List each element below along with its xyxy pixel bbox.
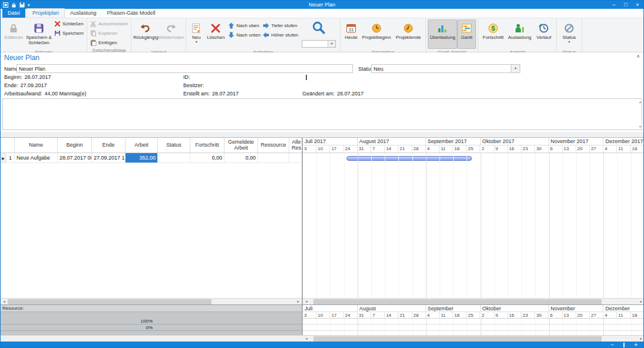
timeline-gridline xyxy=(344,319,345,336)
qat-customize-icon[interactable]: ▾ xyxy=(28,3,30,7)
column-header[interactable]: Ende xyxy=(92,138,126,153)
ausschneiden-button[interactable]: Ausschneiden xyxy=(89,19,129,28)
cell[interactable] xyxy=(258,153,289,163)
name-input[interactable] xyxy=(16,64,353,73)
timeline-week: 7 xyxy=(371,312,385,318)
tab-phasen-gate-modell[interactable]: Phasen-Gate Modell xyxy=(102,9,161,18)
status-select-dropdown-icon[interactable]: ▾ xyxy=(511,65,520,72)
status-button[interactable]: Status ▾ xyxy=(559,19,580,49)
speichern-schliessen-button[interactable]: Speichern & Schließen xyxy=(25,19,53,49)
cell[interactable]: 352,00 xyxy=(126,153,158,163)
verlauf-button[interactable]: Verlauf xyxy=(533,19,554,49)
timeline-week: 18 xyxy=(631,145,644,153)
projektbeginn-button[interactable]: Projektbeginn xyxy=(360,19,393,49)
search-combobox[interactable]: ▾ xyxy=(302,40,336,48)
column-header[interactable]: Fortschritt xyxy=(190,138,224,153)
textarea-scroll-down-icon[interactable]: ▾ xyxy=(639,125,641,128)
loeschen-label: Löschen xyxy=(207,35,224,40)
timeline-gridline xyxy=(398,153,399,298)
resource-scroll-thumb[interactable] xyxy=(313,336,602,342)
status-circle-icon xyxy=(563,21,575,35)
table-row[interactable]: ▶1Neue Aufgabe28.07.2017 08:0027.09.2017… xyxy=(1,153,302,163)
id-field[interactable]: ID: xyxy=(183,74,190,80)
column-header[interactable]: Gemeldete Arbeit xyxy=(224,138,258,153)
heute-button[interactable]: 31 Heute xyxy=(342,19,360,49)
kopieren-button[interactable]: Kopieren xyxy=(89,29,129,38)
close-button[interactable]: × xyxy=(632,1,643,9)
app-icon[interactable] xyxy=(3,2,8,8)
timeline-gridline xyxy=(590,319,590,336)
speichern-label: Speichern xyxy=(62,31,84,36)
hoeher-stufen-button[interactable]: Höher stufen xyxy=(262,31,299,39)
arrow-up-icon xyxy=(228,22,235,29)
save-quick-icon[interactable] xyxy=(19,2,25,8)
cell[interactable]: 0,00 xyxy=(190,153,224,163)
timeline-gridline xyxy=(563,319,563,336)
collapse-panel-icon[interactable]: ∧ xyxy=(636,54,640,59)
speichern-button[interactable]: Speichern xyxy=(53,29,85,38)
timeline-month: Juli xyxy=(303,305,358,311)
maximize-button[interactable]: □ xyxy=(620,1,632,9)
neu-button[interactable]: Neu ▾ xyxy=(188,19,204,49)
timeline-gridline xyxy=(603,153,604,298)
cell[interactable] xyxy=(289,153,302,163)
projektende-button[interactable]: Projektende xyxy=(393,19,424,49)
status-select[interactable]: Neu ▾ xyxy=(371,64,520,73)
timeline-week: 7 xyxy=(371,145,385,153)
column-header[interactable]: Arbeit xyxy=(126,138,158,153)
tab-auslastung[interactable]: Auslastung xyxy=(65,9,102,18)
column-header[interactable]: Beginn xyxy=(58,138,92,153)
zoom-in-button[interactable]: + xyxy=(634,342,638,348)
cell[interactable] xyxy=(158,153,190,163)
status-dropdown-icon[interactable]: ▾ xyxy=(569,40,570,44)
auslastung-button[interactable]: Auslastung xyxy=(506,19,533,49)
paste-icon xyxy=(90,39,97,46)
tab-projektplan[interactable]: Projektplan xyxy=(27,8,65,18)
neu-dropdown-icon[interactable]: ▾ xyxy=(196,40,197,44)
gantt-body[interactable] xyxy=(303,153,644,298)
column-header[interactable]: Ressource xyxy=(258,138,289,153)
column-header[interactable] xyxy=(1,138,15,153)
schliessen-button[interactable]: Schließen xyxy=(53,19,85,28)
cell[interactable]: 28.07.2017 08:00 xyxy=(58,153,92,163)
tiefer-stufen-button[interactable]: Tiefer stufen xyxy=(262,21,299,30)
column-header[interactable]: Name xyxy=(15,138,58,153)
gantt-button[interactable]: Gantt xyxy=(457,19,476,49)
description-textarea[interactable]: ▴ ▾ xyxy=(2,98,642,130)
cell[interactable]: 27.09.2017 17:00 xyxy=(92,153,126,163)
search-icon[interactable] xyxy=(312,21,326,38)
ueberlastung-button[interactable]: Überlastung xyxy=(428,19,457,49)
nach-unten-button[interactable]: Nach unten xyxy=(227,31,262,39)
timeline-gridline xyxy=(563,153,563,298)
timeline-week: 14 xyxy=(385,145,398,153)
tab-datei[interactable]: Datei xyxy=(2,9,25,18)
search-combobox-dropdown-icon[interactable]: ▾ xyxy=(328,41,335,47)
task-table-scroll-thumb[interactable] xyxy=(8,299,212,304)
minimize-button[interactable]: – xyxy=(608,1,620,9)
resource-chart[interactable] xyxy=(303,319,644,336)
timeline-month: August 2017 xyxy=(358,138,426,145)
cell[interactable]: 0,00 xyxy=(224,153,258,163)
rueckgaengig-button[interactable]: Rückgängig xyxy=(133,19,158,49)
timeline-month: September 2017 xyxy=(426,138,481,145)
cell[interactable]: Neue Aufgabe xyxy=(15,153,58,163)
fortschritt-button[interactable]: $ Fortschritt xyxy=(480,19,506,49)
calendar-day-text: 31 xyxy=(349,26,354,32)
column-header[interactable]: Alle Res xyxy=(289,138,302,153)
timeline-gridline xyxy=(330,319,331,336)
wiederholen-button[interactable]: Wiederholen xyxy=(158,19,184,49)
page-title: Neuer Plan xyxy=(4,54,39,62)
einfuegen-button[interactable]: Einfügen xyxy=(89,38,129,47)
zoom-slider[interactable] xyxy=(623,343,625,347)
gantt-scroll-thumb[interactable] xyxy=(313,299,602,304)
zoom-out-button[interactable]: − xyxy=(610,342,614,348)
column-header[interactable]: Status xyxy=(158,138,190,153)
editieren-button[interactable]: Editieren xyxy=(2,19,25,49)
textarea-scroll-up-icon[interactable]: ▴ xyxy=(639,100,641,104)
status-button-label: Status xyxy=(563,35,576,40)
loeschen-button[interactable]: Löschen xyxy=(204,19,227,49)
timeline-week: 28 xyxy=(412,312,426,318)
nach-oben-button[interactable]: Nach oben xyxy=(227,21,262,30)
axis-label-0: 0% xyxy=(129,325,153,330)
search-combobox-value[interactable] xyxy=(302,41,328,47)
